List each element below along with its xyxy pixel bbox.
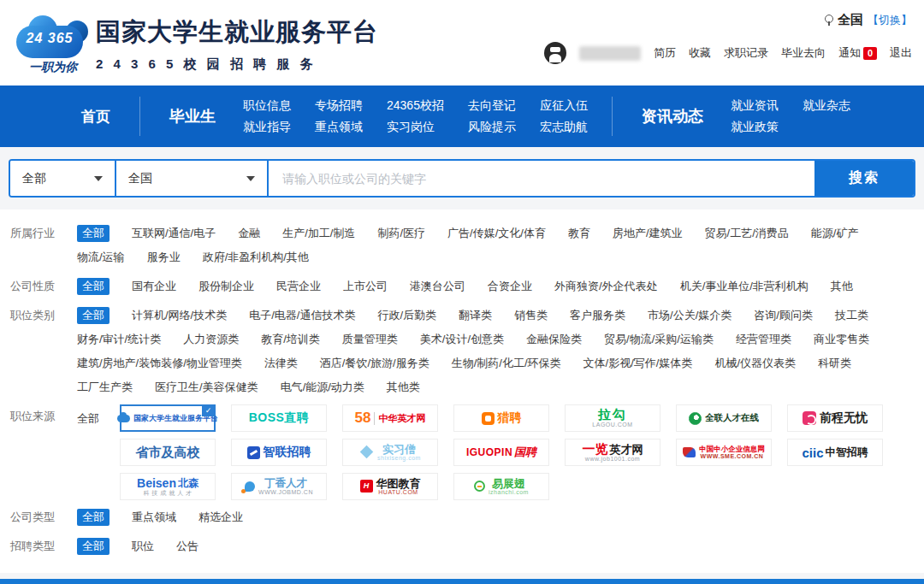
- filter-option[interactable]: 商业零售类: [814, 331, 869, 348]
- filter-option[interactable]: 质量管理类: [342, 331, 398, 348]
- nav-link[interactable]: 就业指导: [243, 120, 291, 135]
- nav-link[interactable]: 重点领域: [315, 120, 363, 135]
- filter-option[interactable]: 生物/制药/化工/环保类: [452, 355, 561, 372]
- region-select[interactable]: 全国: [116, 161, 269, 196]
- filter-option[interactable]: 生产/加工/制造: [282, 225, 355, 242]
- source-job51[interactable]: 前程无忧: [787, 404, 883, 432]
- source-qlrc[interactable]: 全联人才在线: [676, 404, 772, 432]
- filter-option[interactable]: 金融: [238, 225, 260, 242]
- source-yzc[interactable]: 易展翅izhanchi.com: [453, 473, 549, 500]
- filter-option[interactable]: 房地产/建筑业: [613, 225, 683, 242]
- nav-link[interactable]: 去向登记: [468, 98, 516, 114]
- nav-link[interactable]: 宏志助航: [540, 120, 588, 135]
- user-link[interactable]: 毕业去向: [781, 45, 826, 61]
- source-all-option[interactable]: 全部: [77, 406, 99, 500]
- keyword-input[interactable]: [269, 161, 814, 196]
- filter-option[interactable]: 电子/电器/通信技术类: [249, 307, 355, 324]
- nav-link[interactable]: 就业资讯: [731, 98, 779, 114]
- filter-option[interactable]: 重点领域: [132, 509, 176, 526]
- nav-link[interactable]: 就业杂志: [803, 98, 850, 114]
- filter-option[interactable]: 物流/运输: [77, 249, 125, 266]
- nav-link[interactable]: 应征入伍: [540, 98, 588, 114]
- filter-option[interactable]: 教育/培训类: [261, 331, 320, 348]
- source-province[interactable]: 省市及高校: [120, 439, 216, 466]
- notify-label[interactable]: 通知: [838, 45, 861, 61]
- nav-home[interactable]: 首页: [81, 107, 110, 127]
- user-link[interactable]: 求职记录: [724, 45, 768, 61]
- filter-option-selected[interactable]: 全部: [77, 225, 110, 242]
- nav-link[interactable]: 实习岗位: [387, 120, 444, 135]
- nav-link[interactable]: 职位信息: [243, 98, 291, 114]
- filter-option[interactable]: 销售类: [514, 307, 548, 324]
- filter-option[interactable]: 股份制企业: [198, 278, 254, 295]
- filter-option[interactable]: 机械/仪器仪表类: [714, 355, 796, 372]
- filter-option[interactable]: 政府/非盈利机构/其他: [203, 249, 309, 266]
- filter-option[interactable]: 科研类: [818, 355, 851, 372]
- logout-link[interactable]: 退出: [890, 45, 912, 61]
- filter-option[interactable]: 工厂生产类: [77, 379, 133, 396]
- user-link[interactable]: 简历: [654, 45, 676, 61]
- nav-graduate[interactable]: 毕业生: [169, 106, 216, 127]
- nav-link[interactable]: 风险提示: [468, 120, 516, 135]
- filter-option[interactable]: 上市公司: [343, 278, 388, 295]
- filter-option[interactable]: 外商独资/外企代表处: [554, 278, 658, 295]
- filter-option[interactable]: 服务业: [147, 249, 181, 266]
- nav-link[interactable]: 就业政策: [731, 120, 779, 135]
- source-iguopin[interactable]: IGUOPIN国聘: [453, 439, 549, 466]
- filter-option[interactable]: 计算机/网络/技术类: [132, 307, 227, 324]
- source-sme[interactable]: 中国中小企业信息网WWW.SME.COM.CN: [676, 439, 772, 466]
- filter-option[interactable]: 国有企业: [132, 278, 176, 295]
- source-beisen[interactable]: Beisen北森科 技 成 就 人 才: [120, 473, 216, 500]
- source-boss[interactable]: BOSS直聘: [231, 404, 327, 432]
- filter-option[interactable]: 金融保险类: [526, 331, 582, 348]
- filter-option[interactable]: 技工类: [835, 307, 868, 324]
- filter-option-selected[interactable]: 全部: [77, 538, 110, 555]
- source-c58[interactable]: 58中华英才网: [342, 404, 438, 432]
- notify-link[interactable]: 通知 0: [838, 45, 877, 61]
- source-ciic[interactable]: ciic中智招聘: [787, 439, 883, 466]
- filter-option-selected[interactable]: 全部: [77, 278, 110, 295]
- filter-option[interactable]: 机关/事业单位/非营利机构: [680, 278, 808, 295]
- filter-option[interactable]: 贸易/工艺/消费品: [705, 225, 789, 242]
- filter-option[interactable]: 教育: [568, 225, 590, 242]
- filter-option[interactable]: 其他: [831, 278, 853, 295]
- user-link[interactable]: 收藏: [689, 45, 711, 61]
- source-ncss[interactable]: ✓国家大学生就业服务平台: [120, 404, 216, 432]
- filter-option[interactable]: 能源/矿产: [811, 225, 859, 242]
- filter-option[interactable]: 民营企业: [276, 278, 321, 295]
- filter-option[interactable]: 建筑/房地产/装饰装修/物业管理类: [77, 355, 242, 372]
- filter-option[interactable]: 文体/影视/写作/媒体类: [583, 355, 693, 372]
- filter-option[interactable]: 电气/能源/动力类: [281, 379, 364, 396]
- filter-option[interactable]: 财务/审计/统计类: [77, 331, 161, 348]
- filter-option[interactable]: 咨询/顾问类: [754, 307, 813, 324]
- source-shixiseng[interactable]: 实习僧shixiseng.com: [342, 439, 438, 466]
- source-lagou[interactable]: 拉勾LAGOU.COM: [565, 404, 660, 432]
- filter-option[interactable]: 其他类: [387, 379, 420, 396]
- filter-option[interactable]: 精选企业: [198, 509, 243, 526]
- filter-option[interactable]: 翻译类: [459, 307, 492, 324]
- filter-option[interactable]: 广告/传媒/文化/体育: [447, 225, 546, 242]
- filter-option[interactable]: 客户服务类: [570, 307, 625, 324]
- filter-option[interactable]: 职位: [132, 538, 154, 555]
- source-yilan[interactable]: 一览英才网www.job1001.com: [565, 439, 660, 466]
- filter-option[interactable]: 贸易/物流/采购/运输类: [604, 331, 714, 348]
- filter-option[interactable]: 公告: [176, 538, 198, 555]
- search-button[interactable]: 搜索: [814, 161, 914, 196]
- filter-option[interactable]: 市场/公关/媒介类: [648, 307, 732, 324]
- filter-option[interactable]: 港澳台公司: [410, 278, 465, 295]
- filter-option[interactable]: 人力资源类: [183, 331, 239, 348]
- filter-option[interactable]: 法律类: [264, 355, 298, 372]
- location-switch-link[interactable]: 【切换】: [868, 13, 912, 28]
- filter-option[interactable]: 经营管理类: [736, 331, 791, 348]
- source-zhaopin[interactable]: 智联招聘: [231, 439, 327, 466]
- nav-news[interactable]: 资讯动态: [642, 106, 703, 127]
- filter-option[interactable]: 合资企业: [488, 278, 532, 295]
- source-liepin[interactable]: 猎聘: [453, 404, 549, 432]
- user-avatar[interactable]: [544, 42, 566, 64]
- site-logo[interactable]: 24 365 一职为你: [12, 10, 94, 75]
- filter-option[interactable]: 酒店/餐饮/旅游/服务类: [320, 355, 429, 372]
- source-huatu[interactable]: 华图教育HUATU.COM: [342, 473, 438, 500]
- filter-option[interactable]: 互联网/通信/电子: [132, 225, 216, 242]
- filter-option-selected[interactable]: 全部: [77, 509, 110, 526]
- filter-option[interactable]: 制药/医疗: [377, 225, 425, 242]
